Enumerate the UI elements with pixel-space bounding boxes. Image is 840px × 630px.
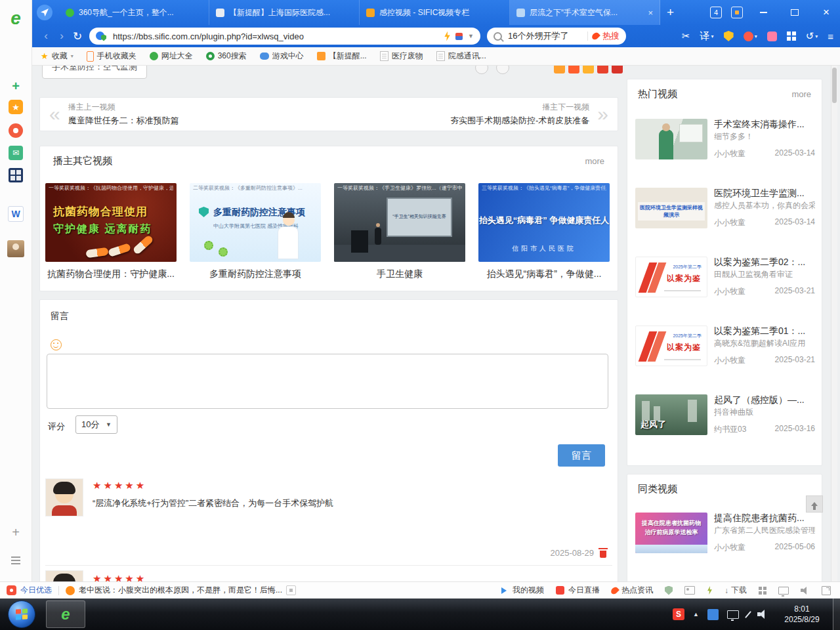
safety-icon[interactable] (665, 586, 673, 595)
tab-list-button[interactable]: 4 (710, 7, 722, 18)
volume-tray-icon[interactable] (757, 610, 767, 619)
like-button[interactable] (475, 66, 488, 74)
video-thumbnail[interactable] (635, 119, 707, 159)
video-title[interactable]: 手卫生健康 (334, 268, 465, 280)
video-title[interactable]: 以案为鉴第二季01：... (714, 326, 815, 337)
apps-grid-icon[interactable] (787, 32, 796, 41)
bookmark-favorites[interactable]: ★收藏▾ (41, 51, 74, 62)
video-author[interactable]: 小小牧童 (714, 286, 746, 297)
video-card[interactable]: 三等奖获奖视频：《抬头遇见“病毒君”，争做健康责任人》... 抬头遇见“病毒君”… (478, 183, 610, 280)
prev-video-title[interactable]: 魔童降世任务二：标准预防篇 (68, 115, 179, 127)
video-thumbnail[interactable]: 2025年第二季以案为鉴 (635, 257, 707, 297)
translate-icon[interactable]: 译▾ (700, 30, 714, 43)
video-thumbnail[interactable]: 医院环境卫生学监测采样视频演示 (635, 188, 707, 228)
screenshot-tool-icon[interactable] (684, 586, 695, 595)
emoji-picker-icon[interactable] (51, 339, 62, 350)
video-author[interactable]: 约书亚03 (714, 424, 746, 435)
rewards-icon[interactable] (731, 7, 743, 18)
video-thumbnail[interactable]: 起风了 (635, 394, 707, 435)
new-tab-button[interactable]: + (667, 5, 674, 20)
share-icon[interactable] (583, 66, 594, 74)
tab-close-icon[interactable]: × (648, 8, 653, 18)
game-center-icon[interactable]: ▾ (744, 32, 757, 41)
video-list-item[interactable]: 起风了 起风了（感控版）—... 抖音神曲版 约书亚032025-03-16 (627, 394, 823, 435)
share-icon[interactable] (568, 66, 579, 74)
bookmark-infection-newsletter[interactable]: 院感通讯... (436, 51, 486, 62)
photo-plugin-icon[interactable] (7, 240, 24, 257)
bookmark-site-directory[interactable]: 网址大全 (150, 51, 193, 62)
wps-plugin-icon[interactable]: W (8, 206, 24, 222)
scrollbar-thumb[interactable] (832, 68, 837, 103)
taskbar-clock[interactable]: 8:01 2025/8/29 (774, 604, 830, 625)
video-list-item[interactable]: 提高住院患者抗菌药物 治疗前病原学送检率 提高住院患者抗菌药... 广东省第二人… (627, 513, 823, 553)
window-icon[interactable] (778, 587, 789, 595)
favorites-panel-icon[interactable]: ★ (9, 100, 23, 114)
bookmark-mobile-favorites[interactable]: 手机收藏夹 (87, 51, 136, 62)
search-input[interactable] (507, 31, 583, 42)
search-bar[interactable]: 热搜 (487, 28, 626, 45)
history-undo-icon[interactable]: ↺▾ (806, 30, 818, 42)
close-window-button[interactable]: × (815, 0, 837, 25)
video-tag-button[interactable]: 手术室防控：空气监测 (42, 66, 147, 79)
speed-mode-icon[interactable] (444, 32, 451, 41)
bookmark-360-search[interactable]: 360搜索 (206, 51, 247, 62)
video-card[interactable]: 二等奖获奖视频：《多重耐药防控注意事项》... 多重耐药防控注意事项 中山大学附… (190, 183, 321, 280)
favorite-button[interactable] (496, 66, 509, 74)
video-list-item[interactable]: 医院环境卫生学监测采样视频演示 医院环境卫生学监测... 感控人员基本功，你真的… (627, 188, 823, 228)
refresh-button[interactable]: ↻ (70, 30, 85, 43)
video-author[interactable]: 小小牧童 (714, 217, 746, 228)
sidebar-manager-icon[interactable] (11, 556, 20, 564)
video-thumbnail[interactable]: 一等奖获奖视频：《抗菌药物合理使用，守护健康，远离耐药》... 抗菌药物合理使用… (45, 183, 177, 262)
hot-search-label[interactable]: 热搜 (602, 30, 620, 42)
next-video-title[interactable]: 夯实围手术期感染防控-术前皮肤准备 (450, 115, 589, 127)
share-icon[interactable] (612, 66, 623, 74)
tray-expand-icon[interactable]: ▲ (693, 611, 699, 618)
shopping-plugin-icon[interactable] (9, 123, 23, 138)
download-manager-button[interactable]: ↓下载 (724, 585, 747, 596)
bookmark-medical-waste[interactable]: 医疗废物 (380, 51, 423, 62)
site-security-icon[interactable] (96, 32, 106, 41)
mail-plugin-icon[interactable]: ✉ (9, 146, 23, 160)
tab-current-video[interactable]: 层流之下“手术室空气保... × (510, 0, 660, 25)
start-button[interactable] (8, 600, 35, 628)
video-title[interactable]: 手术室终末消毒操作... (714, 119, 815, 130)
minimize-button[interactable] (752, 0, 774, 25)
live-link[interactable]: 今日直播 (556, 585, 600, 596)
video-title[interactable]: 医院环境卫生学监测... (714, 188, 815, 199)
add-extension-icon[interactable]: + (12, 79, 20, 94)
browser-logo[interactable]: e (10, 8, 21, 29)
share-icon[interactable] (554, 66, 565, 74)
share-icon[interactable] (597, 66, 608, 74)
more-link[interactable]: more (791, 89, 811, 99)
app-plugin-icon[interactable] (9, 168, 23, 182)
video-list-item[interactable]: 手术室终末消毒操作... 细节多多！ 小小牧童2025-03-14 (627, 119, 823, 159)
show-desktop-button[interactable] (833, 598, 840, 630)
today-picks-link[interactable]: 今日优选 (7, 585, 52, 596)
apps-icon[interactable] (759, 587, 766, 595)
site-flag-icon[interactable] (455, 33, 463, 40)
video-title[interactable]: 抗菌药物合理使用：守护健康... (45, 268, 177, 280)
scrollbar-track[interactable] (831, 66, 837, 581)
video-thumbnail[interactable]: 一等奖获奖视频：《手卫生健康》罗佳欣...（遂宁市中心医院） “手卫生”相关知识… (334, 183, 465, 262)
video-title[interactable]: 以案为鉴第二季02：... (714, 257, 815, 268)
next-video-link[interactable]: 播主下一视频 夯实围手术期感染防控-术前皮肤准备 » (442, 102, 608, 127)
address-input[interactable] (112, 31, 439, 42)
video-card[interactable]: 一等奖获奖视频：《抗菌药物合理使用，守护健康，远离耐药》... 抗菌药物合理使用… (45, 183, 177, 280)
my-videos-link[interactable]: 我的视频 (501, 585, 544, 596)
video-title[interactable]: 抬头遇见“病毒君”，争做健... (478, 268, 610, 280)
rating-select[interactable]: 10分 ▼ (75, 415, 117, 434)
video-thumbnail[interactable]: 提高住院患者抗菌药物 治疗前病原学送检率 (635, 513, 707, 553)
ime-tray-icon[interactable] (707, 609, 719, 620)
pen-tray-icon[interactable] (745, 610, 751, 618)
address-dropdown-icon[interactable]: ▼ (468, 33, 474, 39)
comment-textarea[interactable] (47, 354, 608, 409)
maximize-button[interactable] (784, 0, 806, 25)
sogou-tray-icon[interactable]: S (673, 608, 684, 620)
video-author[interactable]: 小小牧童 (714, 355, 746, 366)
taskbar-browser-button[interactable]: e (46, 600, 85, 628)
submit-comment-button[interactable]: 留言 (558, 444, 605, 467)
video-card[interactable]: 一等奖获奖视频：《手卫生健康》罗佳欣...（遂宁市中心医院） “手卫生”相关知识… (334, 183, 465, 280)
menu-icon[interactable]: ≡ (828, 31, 833, 42)
boost-icon[interactable] (707, 586, 713, 595)
security-shield-icon[interactable] (724, 31, 734, 41)
